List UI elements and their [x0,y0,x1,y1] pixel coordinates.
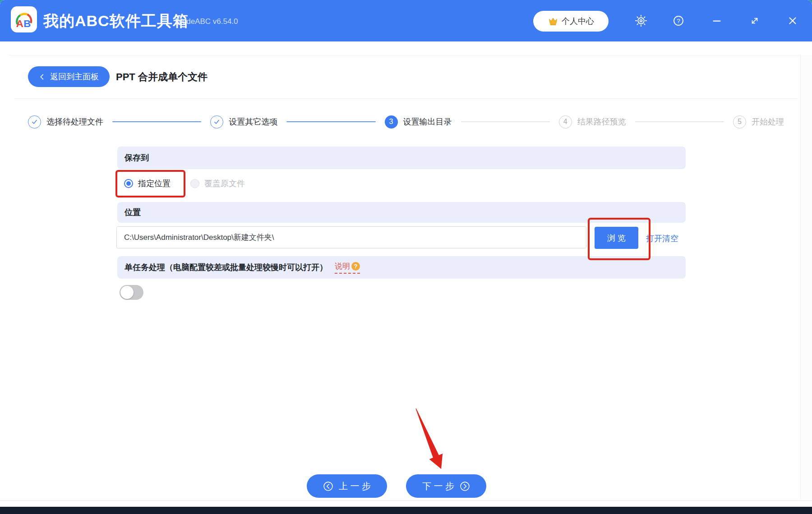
previous-step-button[interactable]: 上 一 步 [307,474,387,498]
step-connector-done [112,121,201,122]
question-badge-icon [351,262,360,271]
step-1: 选择待处理文件 [28,115,103,128]
user-center-button[interactable]: 个人中心 [533,11,609,32]
svg-text:?: ? [677,18,680,24]
content-top-hairline [8,55,804,55]
radio-selected-icon [124,179,133,188]
back-button-label: 返回到主面板 [50,71,99,82]
step-2: 设置其它选项 [210,115,277,128]
close-icon[interactable] [784,13,801,29]
app-logo-icon: A B [14,9,34,30]
step-5-number: 5 [733,115,746,128]
location-section-header: 位置 [117,202,686,223]
step-3-label: 设置输出目录 [403,116,452,127]
step-5: 5 开始处理 [733,115,784,128]
svg-text:A: A [16,18,23,29]
circled-chevron-right-icon [460,481,470,491]
app-logo: A B [11,6,37,32]
step-3-number: 3 [385,115,398,128]
user-center-label: 个人中心 [562,16,594,27]
divider [14,98,798,99]
step-4-label: 结果路径预览 [577,116,626,127]
title-bar: A B 我的ABC软件工具箱 WodeABC v6.54.0 个人中心 [0,0,812,41]
save-to-section-header: 保存到 [117,147,686,169]
save-to-header-label: 保存到 [125,152,149,163]
step-indicator: 选择待处理文件 设置其它选项 3 设置输出目录 4 结果路径预览 5 [28,115,784,129]
footer-divider [0,500,812,501]
next-step-button[interactable]: 下 一 步 [406,474,486,498]
open-link[interactable]: 打开 [646,233,662,244]
single-task-toggle[interactable] [120,285,143,300]
circled-chevron-left-icon [323,481,333,491]
step-5-label: 开始处理 [752,116,784,127]
step-2-label: 设置其它选项 [229,116,277,127]
app-title: 我的ABC软件工具箱 [43,11,189,32]
step-1-check-icon [28,115,41,128]
next-step-label: 下 一 步 [422,480,454,492]
step-3: 3 设置输出目录 [385,115,452,128]
help-link-label: 说明 [335,261,350,271]
crown-icon [548,16,558,27]
step-connector-pending [635,121,724,122]
taskbar-strip [0,507,812,514]
settings-gear-icon[interactable] [633,13,649,29]
radio-overwrite-original[interactable]: 覆盖原文件 [190,178,245,189]
step-connector-done [286,121,375,122]
step-4: 4 结果路径预览 [559,115,626,128]
radio-specified-location-label: 指定位置 [138,178,171,189]
app-version: WodeABC v6.54.0 [175,17,238,26]
step-4-number: 4 [559,115,572,128]
step-2-check-icon [210,115,223,128]
svg-text:B: B [23,18,31,29]
radio-overwrite-original-label: 覆盖原文件 [204,178,245,189]
single-task-header-label: 单任务处理（电脑配置较差或批量处理较慢时可以打开） [125,262,328,273]
browse-button[interactable]: 浏 览 [595,227,638,249]
step-1-label: 选择待处理文件 [46,116,103,127]
app-window: A B 我的ABC软件工具箱 WodeABC v6.54.0 个人中心 [0,0,812,507]
radio-unselected-icon [190,179,199,188]
help-icon[interactable]: ? [670,13,687,29]
help-explanation-link[interactable]: 说明 [335,261,360,274]
back-to-main-button[interactable]: 返回到主面板 [28,66,110,87]
previous-step-label: 上 一 步 [339,480,371,492]
radio-specified-location[interactable]: 指定位置 [124,178,171,189]
desktop-background: A B 我的ABC软件工具箱 WodeABC v6.54.0 个人中心 [0,0,812,514]
location-header-label: 位置 [125,207,141,218]
chevron-left-icon [39,73,46,80]
output-path-input[interactable] [116,226,586,248]
maximize-icon[interactable] [747,13,763,29]
scrollbar-gutter[interactable] [800,55,812,500]
minimize-icon[interactable] [709,13,725,29]
clear-link[interactable]: 清空 [662,233,678,244]
single-task-section-header: 单任务处理（电脑配置较差或批量处理较慢时可以打开） 说明 [117,256,686,279]
step-connector-pending [461,121,550,122]
page-title: PPT 合并成单个文件 [116,70,208,84]
